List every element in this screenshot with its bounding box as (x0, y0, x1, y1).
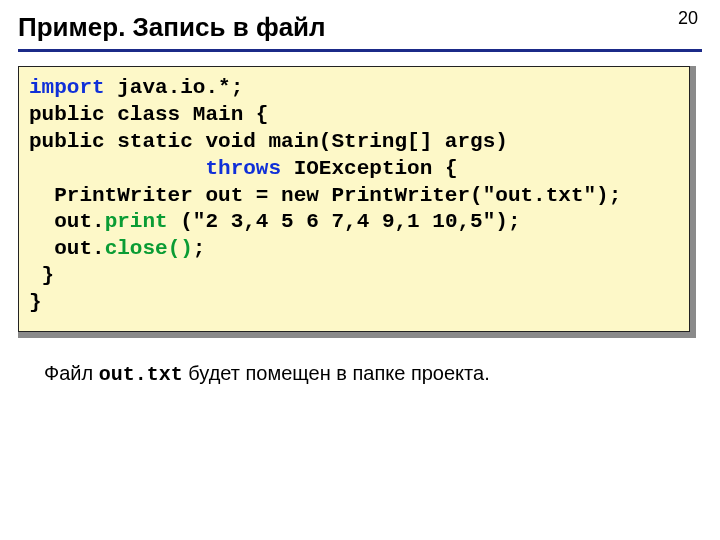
keyword-import: import (29, 76, 105, 99)
page-number: 20 (678, 8, 698, 29)
code-text: ; (193, 237, 206, 260)
method-print: print (105, 210, 168, 233)
code-shadow: import java.io.*; public class Main { pu… (18, 66, 696, 338)
code-text: java.io.*; (105, 76, 244, 99)
code-line: } (29, 264, 54, 287)
code-text: IOException { (281, 157, 457, 180)
code-text: out. (29, 237, 105, 260)
note-text-post: будет помещен в папке проекта. (183, 362, 490, 384)
code-line: } (29, 291, 42, 314)
keyword-throws: throws (205, 157, 281, 180)
code-line: public static void main(String[] args) (29, 130, 508, 153)
slide: 20 Пример. Запись в файл import java.io.… (0, 0, 720, 540)
code-line: PrintWriter out = new PrintWriter("out.t… (29, 184, 621, 207)
note-text-pre: Файл (44, 362, 99, 384)
footer-note: Файл out.txt будет помещен в папке проек… (44, 362, 702, 386)
code-block: import java.io.*; public class Main { pu… (18, 66, 690, 332)
code-text: out. (29, 210, 105, 233)
code-indent (29, 157, 205, 180)
slide-title: Пример. Запись в файл (18, 12, 702, 52)
note-filename: out.txt (99, 363, 183, 386)
code-text: ("2 3,4 5 6 7,4 9,1 10,5"); (168, 210, 521, 233)
code-line: public class Main { (29, 103, 268, 126)
method-close: close() (105, 237, 193, 260)
